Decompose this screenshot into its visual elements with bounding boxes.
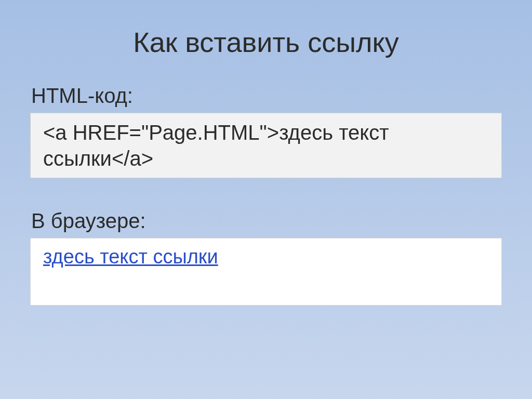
code-text: <a HREF="Page.HTML">здесь текст ссылки</… [43,121,389,170]
slide-container: Как вставить ссылку HTML-код: <a HREF="P… [0,0,532,399]
example-link[interactable]: здесь текст ссылки [43,246,218,268]
slide-title: Как вставить ссылку [26,26,506,58]
code-label: HTML-код: [31,84,506,108]
browser-box: здесь текст ссылки [30,238,502,305]
browser-label: В браузере: [31,209,506,233]
code-box: <a HREF="Page.HTML">здесь текст ссылки</… [30,113,502,178]
